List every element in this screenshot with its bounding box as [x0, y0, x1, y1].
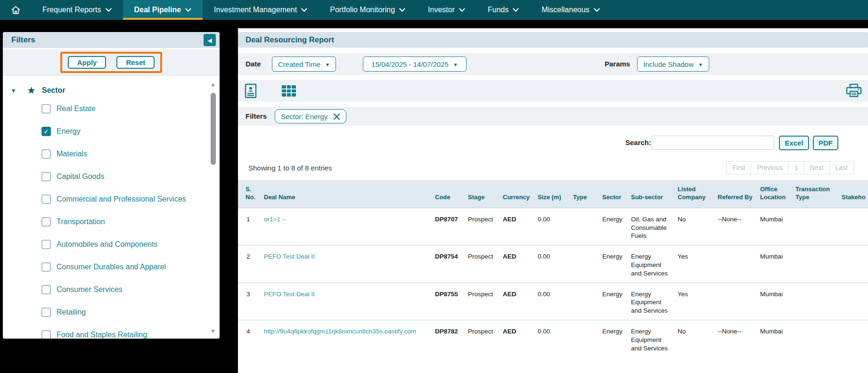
- checkbox-unchecked-icon[interactable]: [41, 217, 51, 227]
- cell-code: DP8782: [435, 320, 468, 357]
- cell-sno: 3: [238, 283, 264, 320]
- col-header-stage: Stage: [468, 180, 503, 208]
- params-dropdown[interactable]: Include Shadow: [637, 57, 709, 72]
- pagination-previous-button[interactable]: Previous: [751, 161, 788, 174]
- sector-option-food-staples-retailing[interactable]: Food and Staples Retailing: [3, 324, 220, 339]
- print-button[interactable]: [845, 83, 863, 98]
- nav-item-funds[interactable]: Funds: [476, 0, 530, 20]
- nav-item-portfolio-monitoring[interactable]: Portfolio Monitoring: [319, 0, 417, 20]
- col-header-type: Type: [573, 180, 602, 208]
- nav-item-miscellaneous[interactable]: Miscellaneous: [530, 0, 611, 20]
- scroll-up-icon[interactable]: [210, 80, 216, 88]
- sector-option-retailing[interactable]: Retailing: [3, 301, 220, 324]
- scrollbar-thumb[interactable]: [211, 93, 216, 165]
- checkbox-unchecked-icon[interactable]: [41, 172, 51, 181]
- search-label: Search:: [625, 138, 651, 146]
- sector-group-header[interactable]: Sector: [3, 76, 220, 97]
- cell-listed-company: Yes: [678, 245, 718, 283]
- date-type-dropdown[interactable]: Created Time: [272, 57, 336, 72]
- pagination-first-button[interactable]: First: [726, 161, 751, 174]
- collapse-left-icon: [207, 36, 212, 44]
- sector-option-capital-goods[interactable]: Capital Goods: [3, 165, 220, 188]
- nav-item-deal-pipeline[interactable]: Deal Pipeline: [123, 0, 203, 20]
- filter-chip-sector-energy[interactable]: Sector: Energy: [275, 109, 346, 123]
- sector-option-commercial-professional-services[interactable]: Commercial and Professional Services: [3, 188, 220, 211]
- nav-item-label: Frequent Reports: [42, 6, 101, 14]
- col-header-listed-company: Listed Company: [678, 180, 718, 208]
- deals-table-wrap: S. No. Deal Name Code Stage Currency Siz…: [238, 180, 868, 357]
- cell-referred-by: --None--: [718, 320, 760, 357]
- search-input[interactable]: [652, 136, 774, 150]
- pagination-last-button[interactable]: Last: [829, 161, 854, 174]
- sector-option-real-estate[interactable]: Real Estate: [3, 97, 220, 120]
- collapse-sidebar-button[interactable]: [204, 34, 216, 46]
- table-view-button[interactable]: [281, 85, 296, 97]
- chevron-down-icon: [594, 8, 600, 12]
- sidebar-scrollbar[interactable]: [210, 78, 217, 337]
- excel-export-button[interactable]: Excel: [779, 136, 809, 150]
- col-header-sub-sector: Sub-sector: [631, 180, 678, 208]
- cell-office-location: Mumbai: [760, 208, 795, 245]
- checkbox-unchecked-icon[interactable]: [41, 195, 51, 204]
- cell-transaction-type: [795, 320, 842, 357]
- caret-down-icon[interactable]: [10, 86, 16, 95]
- pdf-export-button[interactable]: PDF: [813, 136, 838, 150]
- cell-currency: AED: [503, 320, 538, 357]
- cell-transaction-type: [795, 283, 842, 320]
- col-header-size: Size (m): [538, 180, 573, 208]
- checkbox-unchecked-icon[interactable]: [41, 262, 51, 272]
- reset-button[interactable]: Reset: [116, 56, 155, 69]
- scroll-down-icon[interactable]: [210, 326, 216, 335]
- report-view-button[interactable]: [245, 83, 257, 98]
- sector-option-consumer-durables-apparel[interactable]: Consumer Durables and Apparel: [3, 256, 220, 278]
- apply-button[interactable]: Apply: [68, 56, 106, 69]
- nav-item-label: Investor: [428, 6, 455, 14]
- checkbox-unchecked-icon[interactable]: [41, 104, 51, 114]
- checkbox-checked-icon[interactable]: [41, 127, 51, 136]
- col-header-sno: S. No.: [238, 180, 264, 208]
- sector-option-transportation[interactable]: Transportation: [3, 211, 220, 233]
- home-button[interactable]: [0, 0, 31, 20]
- pagination-page-1-button[interactable]: 1: [788, 161, 804, 174]
- deal-link[interactable]: or1=1 --: [264, 216, 287, 223]
- close-icon[interactable]: [333, 113, 340, 120]
- active-filters-bar: Filters Sector: Energy: [238, 107, 868, 126]
- sector-option-energy[interactable]: Energy: [3, 120, 220, 143]
- table-header-row: S. No. Deal Name Code Stage Currency Siz…: [238, 180, 868, 208]
- cell-stage: Prospect: [468, 245, 503, 283]
- checkbox-unchecked-icon[interactable]: [41, 149, 51, 159]
- pagination-next-button[interactable]: Next: [804, 161, 830, 174]
- cell-sub-sector: Energy Equipment and Services: [631, 245, 678, 283]
- cell-stakeholder: [842, 283, 868, 320]
- sector-option-consumer-services[interactable]: Consumer Services: [3, 278, 220, 301]
- checkbox-unchecked-icon[interactable]: [41, 308, 51, 317]
- table-row: 1 or1=1 -- DP8707 Prospect AED 0.00 Ener…: [238, 208, 868, 245]
- nav-item-investor[interactable]: Investor: [417, 0, 476, 20]
- col-header-stakeholder: Stakeho: [842, 180, 868, 208]
- col-header-transaction-type: Transaction Type: [795, 180, 842, 208]
- star-icon[interactable]: [27, 85, 36, 96]
- checkbox-unchecked-icon[interactable]: [41, 285, 51, 294]
- deal-link[interactable]: PEFO Test Deal II: [264, 291, 315, 298]
- cell-stakeholder: [842, 320, 868, 357]
- chevron-down-icon: [301, 8, 307, 12]
- nav-item-investment-management[interactable]: Investment Management: [203, 0, 319, 20]
- sector-option-materials[interactable]: Materials: [3, 143, 220, 165]
- sector-option-automobiles-components[interactable]: Automobiles and Components: [3, 233, 220, 256]
- deal-link[interactable]: PEFO Test Deal II: [264, 253, 315, 260]
- chevron-down-icon: [185, 8, 191, 12]
- deal-link[interactable]: http://9u4q6pkkofqgm11rjk8nxncunltch35s.…: [264, 328, 416, 335]
- cell-transaction-type: [795, 245, 842, 283]
- col-header-sector: Sector: [602, 180, 631, 208]
- apply-reset-row: Apply Reset: [3, 49, 220, 76]
- sector-filter-panel: Sector Real Estate Energy Materials Cap: [3, 76, 220, 339]
- checkbox-unchecked-icon[interactable]: [41, 330, 51, 339]
- cell-listed-company: No: [678, 208, 718, 245]
- nav-item-frequent-reports[interactable]: Frequent Reports: [31, 0, 123, 20]
- checkbox-unchecked-icon[interactable]: [41, 240, 51, 249]
- cell-type: [573, 208, 602, 245]
- annotation-highlight-box: Apply Reset: [60, 52, 163, 73]
- cell-sub-sector: Energy Equipment and Services: [631, 320, 678, 357]
- table-row: 2 PEFO Test Deal II DP8754 Prospect AED …: [238, 245, 868, 283]
- date-range-dropdown[interactable]: 15/04/2025 - 14/07/2025: [363, 57, 467, 72]
